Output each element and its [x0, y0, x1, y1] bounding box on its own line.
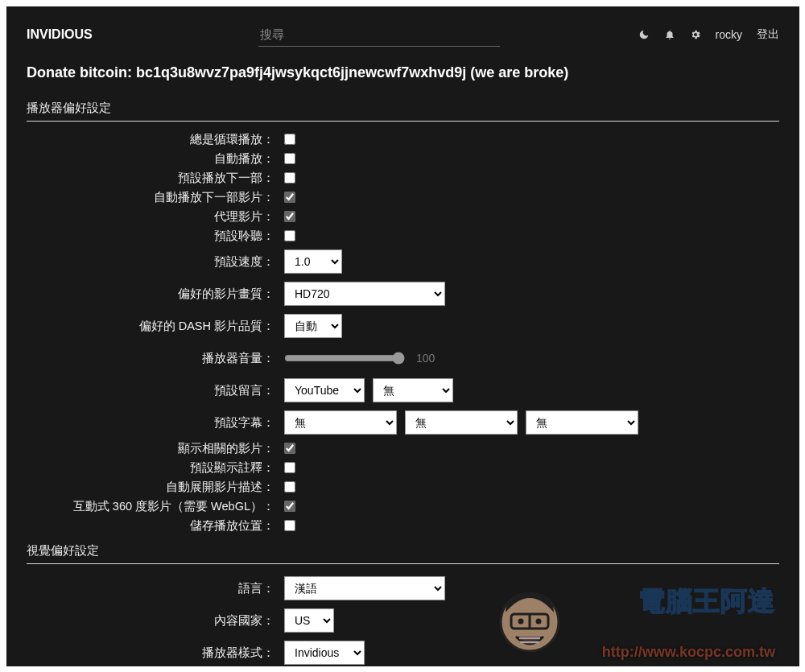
label-region: 內容國家： [27, 613, 284, 629]
gear-icon[interactable] [690, 29, 701, 40]
slider-volume[interactable] [284, 352, 405, 365]
checkbox-listen[interactable] [284, 230, 295, 241]
checkbox-save-pos[interactable] [284, 520, 295, 531]
label-volume: 播放器音量： [27, 351, 284, 366]
select-lang[interactable]: 漢語 [284, 576, 445, 600]
label-proxy: 代理影片： [27, 209, 284, 225]
app-frame: INVIDIOUS rocky 登出 Donate bitcoin: bc1q3… [6, 6, 799, 666]
label-vr: 互動式 360 度影片（需要 WebGL）： [27, 499, 284, 514]
label-always-loop: 總是循環播放： [27, 132, 284, 147]
select-dash-quality[interactable]: 自動 [284, 314, 342, 338]
checkbox-proxy[interactable] [284, 211, 295, 222]
select-quality[interactable]: HD720 [284, 282, 445, 306]
label-listen: 預設聆聽： [27, 229, 284, 244]
checkbox-autoplay-next[interactable] [284, 192, 295, 203]
label-autoplay: 自動播放： [27, 151, 284, 167]
divider [27, 563, 779, 564]
select-captions-1[interactable]: 無 [284, 410, 397, 435]
label-quality: 偏好的影片畫質： [27, 287, 284, 302]
moon-icon[interactable] [638, 29, 650, 40]
checkbox-expand-desc[interactable] [284, 481, 295, 493]
select-region[interactable]: US [284, 608, 334, 633]
label-player-style: 播放器樣式： [27, 645, 284, 661]
label-preload-next: 預設播放下一部： [27, 171, 284, 186]
checkbox-preload-next[interactable] [284, 172, 295, 183]
brand-logo[interactable]: INVIDIOUS [27, 27, 236, 42]
select-comments-2[interactable]: 無 [373, 378, 453, 402]
donate-banner: Donate bitcoin: bc1q3u8wvz7pa9fj4jwsykqc… [6, 56, 799, 97]
username-link[interactable]: rocky [716, 28, 742, 41]
select-speed[interactable]: 1.0 [284, 249, 342, 274]
section-player-title: 播放器偏好設定 [6, 97, 799, 121]
checkbox-vr[interactable] [284, 501, 295, 512]
volume-value: 100 [416, 352, 435, 365]
label-captions: 預設字幕： [27, 415, 284, 431]
search-input[interactable] [258, 23, 500, 47]
label-autoplay-next: 自動播放下一部影片： [27, 190, 284, 205]
checkbox-annotations[interactable] [284, 462, 295, 473]
label-save-pos: 儲存播放位置： [27, 518, 284, 534]
label-comments: 預設留言： [27, 383, 284, 398]
select-player-style[interactable]: Invidious [284, 641, 365, 665]
select-captions-3[interactable]: 無 [526, 410, 638, 435]
label-speed: 預設速度： [27, 254, 284, 270]
divider [27, 121, 779, 122]
logout-link[interactable]: 登出 [757, 27, 779, 42]
checkbox-related[interactable] [284, 443, 295, 454]
label-annotations: 預設顯示註釋： [27, 460, 284, 476]
label-dash-quality: 偏好的 DASH 影片品質： [27, 319, 284, 334]
label-expand-desc: 自動展開影片描述： [27, 480, 284, 495]
select-captions-2[interactable]: 無 [405, 410, 518, 435]
select-comments-1[interactable]: YouTube [284, 378, 365, 402]
label-lang: 語言： [27, 581, 284, 596]
checkbox-autoplay[interactable] [284, 153, 295, 164]
checkbox-always-loop[interactable] [284, 134, 295, 145]
label-related: 顯示相關的影片： [27, 441, 284, 456]
section-visual-title: 視覺偏好設定 [6, 540, 799, 563]
bell-icon[interactable] [664, 29, 675, 40]
topbar-right: rocky 登出 [638, 27, 779, 42]
top-bar: INVIDIOUS rocky 登出 [6, 6, 799, 56]
